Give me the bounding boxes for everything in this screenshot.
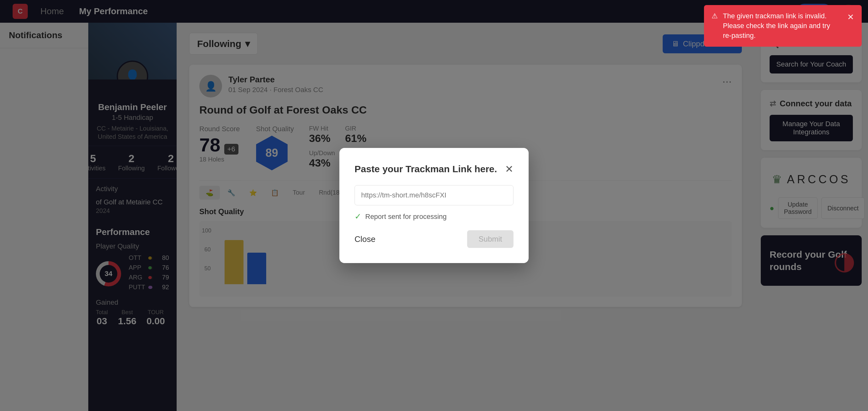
modal-submit-button[interactable]: Submit: [467, 230, 514, 248]
modal-close-button[interactable]: Close: [354, 234, 375, 244]
trackman-modal: Paste your Trackman Link here. ✕ ✓ Repor…: [339, 148, 529, 263]
modal-header: Paste your Trackman Link here. ✕: [354, 163, 514, 175]
success-checkmark-icon: ✓: [354, 212, 362, 221]
modal-title: Paste your Trackman Link here.: [354, 164, 497, 175]
modal-close-x-button[interactable]: ✕: [505, 163, 514, 175]
success-text: Report sent for processing: [365, 213, 446, 221]
toast-message: The given trackman link is invalid. Plea…: [723, 11, 838, 40]
error-toast: ⚠ The given trackman link is invalid. Pl…: [704, 5, 862, 47]
modal-footer: Close Submit: [354, 230, 514, 248]
modal-overlay: Paste your Trackman Link here. ✕ ✓ Repor…: [0, 0, 868, 411]
toast-close-button[interactable]: ✕: [847, 11, 854, 23]
success-message: ✓ Report sent for processing: [354, 212, 514, 221]
toast-icon: ⚠: [712, 11, 718, 21]
trackman-link-input[interactable]: [354, 185, 514, 205]
